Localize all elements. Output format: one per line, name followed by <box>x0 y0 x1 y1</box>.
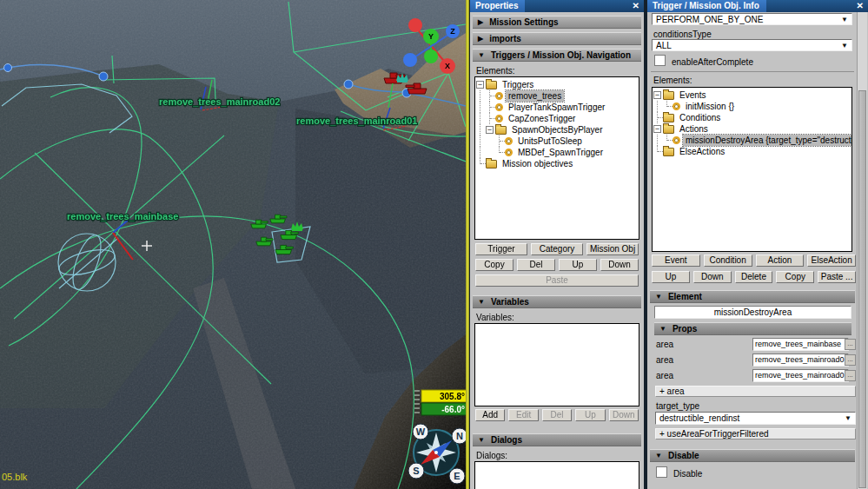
delete-button[interactable]: Delete <box>735 271 773 283</box>
scrollbar-thumb[interactable] <box>858 90 866 488</box>
section-triggers-nav[interactable]: ▼ Triggers / Mission Obj. Navigation <box>473 49 641 62</box>
section-imports-label: imports <box>489 34 521 43</box>
divider <box>651 71 854 72</box>
tree-item-spawn-objects-folder[interactable]: − SpawnObjectsByPlayer <box>476 124 638 135</box>
section-imports[interactable]: ▶ imports <box>473 32 641 45</box>
compass[interactable]: W N S E <box>408 424 466 484</box>
prop-label: area <box>656 355 673 365</box>
down-button[interactable]: Down <box>600 259 639 271</box>
element-name-field[interactable]: missionDestroyArea <box>654 306 851 319</box>
tree-item-label: missionDestroyArea {target_type="destruc… <box>683 135 852 146</box>
prop-row-area-1: area remove_trees_mainbase ... <box>655 338 856 351</box>
dialogs-list[interactable] <box>474 461 639 489</box>
tree-item-label: SpawnObjectsByPlayer <box>509 124 606 135</box>
elements-label: Elements: <box>653 76 692 85</box>
browse-button[interactable]: ... <box>845 339 856 350</box>
del-button[interactable]: Del <box>542 409 572 421</box>
collapse-icon[interactable]: − <box>653 125 661 133</box>
up-button[interactable]: Up <box>559 259 597 271</box>
tree-item-mission-destroy-area[interactable]: missionDestroyArea {target_type="destruc… <box>653 135 851 146</box>
section-dialogs[interactable]: ▼ Dialogs <box>473 433 641 446</box>
tree-item-cap-zones[interactable]: CapZonesTrigger <box>476 113 638 124</box>
area-value-field[interactable]: remove_trees_mainbase <box>752 338 849 351</box>
add-button[interactable]: Add <box>475 409 505 421</box>
down-button[interactable]: Down <box>693 271 732 283</box>
tree-item-conditions-folder[interactable]: Conditions <box>653 112 851 123</box>
target-type-dropdown[interactable]: destructible_rendinst ▼ <box>655 412 856 425</box>
variables-label: Variables: <box>476 313 514 322</box>
chevron-down-icon: ▼ <box>845 414 851 422</box>
copy-button[interactable]: Copy <box>776 271 814 283</box>
chevron-down-icon: ▼ <box>478 436 485 444</box>
tree-guide <box>476 90 486 102</box>
section-element[interactable]: ▼ Element <box>650 290 855 303</box>
tree-item-remove-trees[interactable]: remove_trees <box>476 90 638 102</box>
del-button[interactable]: Del <box>517 259 555 271</box>
category-button[interactable]: Category <box>531 243 583 255</box>
properties-panel: Properties ✕ ▶ Mission Settings ▶ import… <box>470 0 644 489</box>
edit-button[interactable]: Edit <box>508 409 538 421</box>
tree-guide <box>486 113 495 124</box>
area-value-field[interactable]: remove_trees_mainroad0 <box>752 354 849 367</box>
tree-item-units-put-to-sleep[interactable]: UnitsPutToSleep <box>476 135 638 147</box>
down-button[interactable]: Down <box>609 409 639 421</box>
tree-item-mbdef-spawn[interactable]: MBDef_SpawnTrigger <box>476 147 638 158</box>
section-disable[interactable]: ▼ Disable <box>650 449 855 462</box>
enable-after-complete-checkbox[interactable] <box>654 55 666 66</box>
tree-item-mission-objectives[interactable]: Mission objectives <box>476 158 638 169</box>
tree-item-triggers-folder[interactable]: − Triggers <box>476 79 638 90</box>
up-button[interactable]: Up <box>575 409 605 421</box>
perform-mode-dropdown[interactable]: PERFORM_ONE_BY_ONE ▼ <box>652 13 852 25</box>
section-mission-settings[interactable]: ▶ Mission Settings <box>473 16 641 29</box>
add-area-button[interactable]: + area <box>655 386 856 397</box>
folder-icon <box>663 114 674 122</box>
tree-item-events-folder[interactable]: − Events <box>653 89 851 101</box>
tree-item-else-actions-folder[interactable]: ElseActions <box>653 146 851 157</box>
up-button[interactable]: Up <box>652 271 690 283</box>
section-variables[interactable]: ▼ Variables <box>473 295 641 308</box>
axis-x-label: X <box>445 62 450 70</box>
section-props[interactable]: ▼ Props <box>654 322 851 335</box>
conditions-type-value: ALL <box>656 41 672 50</box>
properties-titlebar[interactable]: Properties ✕ <box>470 0 644 12</box>
info-close-icon[interactable]: ✕ <box>852 0 868 12</box>
paste-button[interactable]: Paste ... <box>818 271 856 283</box>
collapse-icon[interactable]: − <box>486 126 494 134</box>
copy-button[interactable]: Copy <box>475 259 514 271</box>
disable-checkbox[interactable] <box>656 466 667 478</box>
mission-obj-button[interactable]: Mission Obj <box>586 243 639 255</box>
tree-guide <box>495 135 505 147</box>
variables-list[interactable] <box>474 323 639 406</box>
event-node-icon <box>673 102 680 110</box>
action-button[interactable]: Action <box>756 254 805 267</box>
condition-button[interactable]: Condition <box>704 254 752 267</box>
browse-button[interactable]: ... <box>845 354 856 366</box>
properties-title: Properties <box>470 0 525 12</box>
paste-button[interactable]: Paste <box>475 274 639 287</box>
tree-item-init-mission[interactable]: initMission {} <box>653 101 851 112</box>
tree-item-player-tank-spawn[interactable]: PlayerTankSpawnTrigger <box>476 102 638 113</box>
collapse-icon[interactable]: − <box>476 81 484 89</box>
prop-label: area <box>656 340 673 349</box>
tree-item-label: Events <box>677 89 709 101</box>
trigger-button[interactable]: Trigger <box>475 243 527 255</box>
tree-item-actions-folder[interactable]: − Actions <box>653 123 851 135</box>
target-type-value: destructible_rendinst <box>659 413 739 423</box>
conditions-type-dropdown[interactable]: ALL ▼ <box>652 39 852 51</box>
3d-viewport[interactable]: remove_trees_mainroad02 remove_trees_mai… <box>0 0 466 489</box>
info-panel-scrollbar[interactable] <box>857 12 867 489</box>
tree-item-label: initMission {} <box>683 101 737 112</box>
tree-guide <box>476 102 486 113</box>
area-value-field[interactable]: remove_trees_mainroad0 <box>752 369 849 382</box>
triggers-tree[interactable]: − Triggers remove_trees PlayerTankSpawnT… <box>474 76 639 240</box>
chevron-down-icon: ▼ <box>841 42 848 50</box>
tree-guide <box>486 90 495 102</box>
info-titlebar[interactable]: Trigger / Mission Obj. Info ✕ <box>647 0 868 12</box>
properties-close-icon[interactable]: ✕ <box>628 0 644 12</box>
collapse-icon[interactable]: − <box>653 91 661 99</box>
actions-tree[interactable]: − Events initMission {} Conditions − Act… <box>652 87 852 252</box>
else-action-button[interactable]: ElseAction <box>807 254 856 267</box>
add-use-area-button[interactable]: + useAreaForTriggerFiltered <box>655 428 856 439</box>
browse-button[interactable]: ... <box>845 370 856 381</box>
event-button[interactable]: Event <box>652 254 700 267</box>
